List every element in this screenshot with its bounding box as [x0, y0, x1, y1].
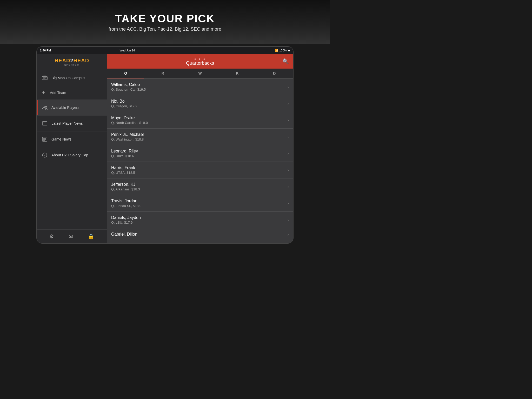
- chevron-icon: ›: [288, 101, 289, 106]
- mail-icon[interactable]: ✉: [69, 233, 73, 240]
- hero-title: TAKE YOUR PICK: [115, 12, 215, 25]
- player-info: Harris, Frank Q, UTSA, $18.5: [111, 165, 288, 175]
- sidebar-item-available-players[interactable]: Available Players: [37, 100, 107, 116]
- player-details: Q, Arkansas, $18.3: [111, 187, 288, 191]
- tab-q[interactable]: Q: [107, 69, 144, 78]
- sidebar-item-team[interactable]: Big Man On Campus: [37, 70, 107, 86]
- chevron-icon: ›: [288, 201, 289, 206]
- player-row[interactable]: Williams, Caleb Q, Southern Cal, $19.5 ›: [107, 79, 293, 95]
- player-info: Daniels, Jayden Q, LSU, $17.9: [111, 215, 288, 224]
- player-name: Leonard, Riley: [111, 149, 288, 154]
- player-details: Q, Oregon, $19.2: [111, 104, 288, 108]
- player-row[interactable]: Daniels, Jayden Q, LSU, $17.9 ›: [107, 212, 293, 228]
- sidebar-item-game-news[interactable]: Game News: [37, 131, 107, 147]
- game-news-icon: [41, 136, 48, 143]
- tab-w[interactable]: W: [181, 69, 218, 78]
- add-team-label: Add Team: [50, 91, 66, 95]
- tab-d[interactable]: D: [256, 69, 293, 78]
- ipad-frame: 2:46 PM Wed Jun 14 📶 100% ■ HEAD2HEAD SP…: [36, 46, 294, 244]
- player-row[interactable]: Harris, Frank Q, UTSA, $18.5 ›: [107, 162, 293, 178]
- player-name: Gabriel, Dillon: [111, 232, 288, 237]
- svg-point-3: [43, 106, 45, 108]
- app-header: • • • Quarterbacks 🔍: [107, 54, 293, 69]
- status-bar: 2:46 PM Wed Jun 14 📶 100% ■: [37, 47, 293, 54]
- svg-point-4: [45, 106, 47, 108]
- chevron-icon: ›: [288, 184, 289, 189]
- status-date: Wed Jun 14: [120, 49, 275, 52]
- lock-icon[interactable]: 🔒: [88, 233, 94, 240]
- chevron-icon: ›: [288, 232, 289, 237]
- tab-r[interactable]: R: [144, 69, 181, 78]
- chevron-icon: ›: [288, 85, 289, 89]
- latest-player-news-label: Latest Player News: [51, 121, 83, 125]
- player-details: Q, UTSA, $18.5: [111, 171, 288, 175]
- game-news-label: Game News: [51, 137, 71, 141]
- status-time: 2:46 PM: [40, 49, 118, 52]
- player-row[interactable]: Travis, Jordan Q, Florida St., $18.0 ›: [107, 195, 293, 212]
- about-h2h-label: About H2H Salary Cap: [51, 153, 88, 157]
- logo-text: HEAD2HEAD: [55, 58, 89, 64]
- team-icon: [41, 74, 48, 82]
- status-right: 📶 100% ■: [275, 49, 290, 52]
- svg-rect-0: [42, 76, 47, 80]
- sidebar: HEAD2HEAD SPORTS® Big Man On Campus: [37, 54, 107, 243]
- tab-k[interactable]: K: [219, 69, 256, 78]
- sidebar-item-latest-player-news[interactable]: Latest Player News: [37, 116, 107, 131]
- hero-subtitle: from the ACC, Big Ten, Pac-12, Big 12, S…: [109, 26, 221, 32]
- player-info: Jefferson, KJ Q, Arkansas, $18.3: [111, 182, 288, 191]
- player-details: Q, North Carolina, $19.0: [111, 121, 288, 125]
- svg-rect-5: [42, 122, 47, 125]
- settings-icon[interactable]: ⚙: [49, 233, 54, 240]
- header-title: Quarterbacks: [186, 61, 214, 66]
- main-content: • • • Quarterbacks 🔍 Q R W K D Williams,…: [107, 54, 293, 243]
- chevron-icon: ›: [288, 151, 289, 156]
- player-info: Maye, Drake Q, North Carolina, $19.0: [111, 116, 288, 125]
- logo-subtext: SPORTS®: [55, 64, 89, 66]
- player-row[interactable]: Maye, Drake Q, North Carolina, $19.0 ›: [107, 112, 293, 129]
- player-details: Q, LSU, $17.9: [111, 221, 288, 224]
- player-name: Daniels, Jayden: [111, 215, 288, 220]
- player-row[interactable]: Penix Jr., Michael Q, Washington, $18.8 …: [107, 129, 293, 145]
- player-name: Williams, Caleb: [111, 82, 288, 87]
- player-name: Maye, Drake: [111, 116, 288, 120]
- player-info: Gabriel, Dillon: [111, 232, 288, 237]
- player-list: Williams, Caleb Q, Southern Cal, $19.5 ›…: [107, 79, 293, 243]
- players-icon: [41, 104, 48, 111]
- sidebar-team-label: Big Man On Campus: [51, 76, 85, 80]
- wifi-icon: 📶 100%: [275, 49, 287, 52]
- svg-text:i: i: [44, 154, 45, 157]
- about-icon: i: [41, 151, 48, 159]
- player-row[interactable]: Jefferson, KJ Q, Arkansas, $18.3 ›: [107, 178, 293, 195]
- sidebar-item-add-team[interactable]: + Add Team: [37, 86, 107, 100]
- player-details: Q, Florida St., $18.0: [111, 204, 288, 208]
- app-container: HEAD2HEAD SPORTS® Big Man On Campus: [37, 54, 293, 243]
- player-row[interactable]: Leonard, Riley Q, Duke, $18.6 ›: [107, 145, 293, 162]
- chevron-icon: ›: [288, 168, 289, 172]
- sidebar-item-about-h2h[interactable]: i About H2H Salary Cap: [37, 147, 107, 163]
- chevron-icon: ›: [288, 135, 289, 139]
- tabs-bar: Q R W K D: [107, 69, 293, 79]
- player-info: Penix Jr., Michael Q, Washington, $18.8: [111, 132, 288, 141]
- player-name: Jefferson, KJ: [111, 182, 288, 187]
- player-row[interactable]: Nix, Bo Q, Oregon, $19.2 ›: [107, 95, 293, 112]
- player-info: Williams, Caleb Q, Southern Cal, $19.5: [111, 82, 288, 91]
- player-row[interactable]: Gabriel, Dillon ›: [107, 228, 293, 241]
- search-icon[interactable]: 🔍: [282, 58, 289, 64]
- news-icon: [41, 120, 48, 127]
- player-info: Nix, Bo Q, Oregon, $19.2: [111, 99, 288, 108]
- player-details: Q, Washington, $18.8: [111, 137, 288, 141]
- player-name: Nix, Bo: [111, 99, 288, 104]
- sidebar-logo: HEAD2HEAD SPORTS®: [37, 54, 107, 70]
- battery-icon: ■: [288, 49, 290, 52]
- player-name: Penix Jr., Michael: [111, 132, 288, 137]
- add-icon: +: [41, 90, 46, 95]
- chevron-icon: ›: [288, 218, 289, 222]
- available-players-label: Available Players: [51, 105, 79, 110]
- player-details: Q, Duke, $18.6: [111, 154, 288, 158]
- player-name: Harris, Frank: [111, 165, 288, 170]
- sidebar-footer: ⚙ ✉ 🔒: [37, 229, 107, 243]
- player-name: Travis, Jordan: [111, 199, 288, 203]
- hero-section: TAKE YOUR PICK from the ACC, Big Ten, Pa…: [0, 0, 330, 44]
- player-info: Leonard, Riley Q, Duke, $18.6: [111, 149, 288, 158]
- player-details: Q, Southern Cal, $19.5: [111, 88, 288, 91]
